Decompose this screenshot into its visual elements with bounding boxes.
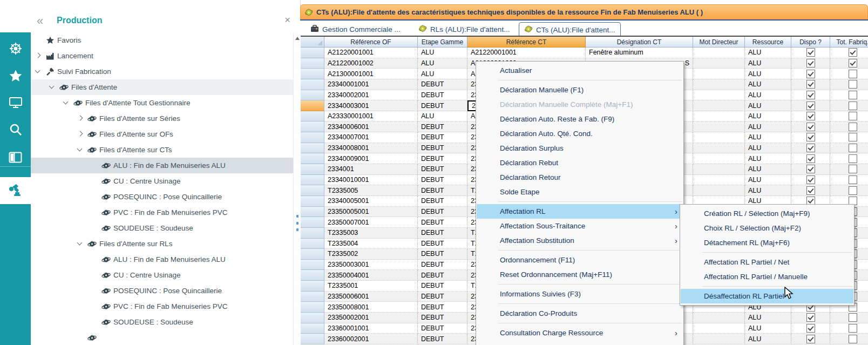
cell-reference-of[interactable]: 23340009001 (324, 153, 418, 164)
cell-dispo[interactable] (791, 323, 830, 334)
dispo-checkbox[interactable] (806, 154, 815, 163)
cell-mot-directeur[interactable] (693, 334, 745, 344)
cell-tot-fabrique[interactable] (830, 132, 868, 143)
row-selector[interactable] (301, 100, 324, 111)
cell-tot-fabrique[interactable] (830, 111, 868, 122)
row-selector[interactable] (301, 196, 324, 207)
cell-tot-fabrique[interactable] (830, 185, 868, 196)
tree-item[interactable]: POSEQUINC : Pose Quincaillerie (31, 283, 293, 299)
dispo-checkbox[interactable] (806, 186, 815, 195)
cell-etape-gamme[interactable]: DEBUT (418, 132, 467, 143)
cell-reference-of[interactable]: 23360001001 (324, 323, 418, 334)
dispo-checkbox[interactable] (806, 324, 815, 333)
cell-tot-fabrique[interactable] (830, 164, 868, 175)
dispo-checkbox[interactable] (806, 123, 815, 131)
tree-item[interactable]: POSEQUINC : Pose Quincaillerie (31, 189, 293, 205)
cell-reference-ct[interactable]: A21220001001 (467, 48, 586, 58)
row-selector[interactable] (301, 153, 324, 164)
cell-tot-fabrique[interactable] (830, 48, 868, 58)
cell-reference-of[interactable]: 23340007001 (324, 132, 418, 143)
cell-reference-of[interactable]: 23350002001 (324, 313, 418, 323)
cell-ressource[interactable]: ALU (745, 132, 791, 143)
cell-etape-gamme[interactable]: DEBUT (418, 260, 467, 270)
cell-reference-of[interactable]: 23340002001 (324, 90, 418, 101)
tree-scrollbar[interactable] (293, 32, 301, 345)
cell-mot-directeur[interactable] (693, 79, 745, 90)
cell-tot-fabrique[interactable] (830, 153, 868, 164)
cell-mot-directeur[interactable] (693, 143, 745, 154)
cell-dispo[interactable] (791, 100, 830, 111)
cell-ressource[interactable]: ALU (745, 69, 791, 79)
tot-fabrique-checkbox[interactable] (849, 48, 857, 57)
tree-item[interactable]: CU : Centre Usinage (31, 173, 293, 189)
cell-etape-gamme[interactable]: ALU (418, 58, 467, 69)
column-header[interactable]: Désignation CT (586, 37, 693, 48)
column-header[interactable]: Mot Directeur (693, 37, 745, 48)
column-header[interactable]: Etape Gamme (418, 37, 467, 48)
menu-item[interactable]: Affectation Substitution› (477, 233, 683, 248)
row-selector[interactable] (301, 217, 324, 228)
column-header[interactable]: Tot. Fabriq. (830, 37, 868, 48)
cell-designation-ct[interactable]: Fenêtre aluminum (586, 48, 693, 58)
cell-ressource[interactable]: ALU (745, 100, 791, 111)
scroll-up-arrow-icon[interactable] (295, 37, 300, 40)
row-selector[interactable] (301, 79, 324, 90)
sidebar-item-search[interactable] (0, 117, 31, 144)
row-selector[interactable] (301, 239, 324, 249)
cell-etape-gamme[interactable]: DEBUT (418, 175, 467, 186)
menu-item[interactable]: Déclaration Manuelle (F1) (477, 83, 683, 97)
menu-item[interactable]: Déclaration Surplus (477, 141, 683, 155)
cell-dispo[interactable] (791, 132, 830, 143)
row-selector[interactable] (301, 207, 324, 218)
dispo-checkbox[interactable] (806, 80, 815, 89)
chevron-collapsed-icon[interactable] (77, 131, 83, 137)
row-selector[interactable] (301, 69, 324, 79)
cell-reference-of[interactable]: 23350007001 (324, 217, 418, 228)
menu-item[interactable]: Déclaration Auto. Reste à Fab. (F9) (477, 112, 683, 126)
cell-tot-fabrique[interactable] (830, 143, 868, 154)
row-selector[interactable] (301, 175, 324, 186)
menu-item[interactable]: Informations Suivies (F3) (477, 287, 683, 301)
cell-etape-gamme[interactable]: DEBUT (418, 323, 467, 334)
chevron-expanded-icon[interactable] (35, 69, 41, 75)
cell-reference-of[interactable]: T2335001 (324, 281, 418, 292)
row-selector[interactable] (301, 90, 324, 101)
tot-fabrique-checkbox[interactable] (849, 175, 857, 184)
cell-tot-fabrique[interactable] (830, 323, 868, 334)
tot-fabrique-checkbox[interactable] (849, 80, 857, 89)
tree-item[interactable]: SOUDEUSE : Soudeuse (31, 220, 293, 236)
cell-dispo[interactable] (791, 313, 830, 323)
cell-etape-gamme[interactable]: ALU (418, 69, 467, 79)
menu-item[interactable]: Reset Ordonnancement (Maj+F11) (477, 267, 683, 282)
cell-etape-gamme[interactable]: DEBUT (418, 90, 467, 101)
chevron-expanded-icon[interactable] (77, 241, 83, 247)
tot-fabrique-checkbox[interactable] (849, 335, 857, 343)
dispo-checkbox[interactable] (806, 313, 815, 322)
tree-item[interactable]: ALU : Fin de Fab Menuiseries ALU (31, 158, 293, 173)
cell-mot-directeur[interactable] (693, 185, 745, 196)
menu-item[interactable]: Ordonnancement (F11) (477, 253, 683, 267)
cell-etape-gamme[interactable]: DEBUT (418, 334, 467, 344)
tree-item[interactable]: PVC : Fin de Fab Menuiseries PVC (31, 205, 293, 220)
dispo-checkbox[interactable] (806, 144, 815, 152)
tab-2[interactable]: RLs (ALU):File d'attent... (413, 22, 514, 36)
tot-fabrique-checkbox[interactable] (849, 123, 857, 131)
cell-ressource[interactable]: ALU (745, 334, 791, 344)
chevron-collapsed-icon[interactable] (35, 53, 41, 59)
cell-ressource[interactable]: ALU (745, 143, 791, 154)
menu-item[interactable]: Déclaration Retour (477, 170, 683, 185)
cell-dispo[interactable] (791, 185, 830, 196)
cell-etape-gamme[interactable]: DEBUT (418, 196, 467, 207)
sidebar-item-monitor[interactable] (0, 90, 31, 117)
cell-ressource[interactable]: ALU (745, 48, 791, 58)
chevron-expanded-icon[interactable] (49, 84, 55, 90)
row-selector[interactable] (301, 185, 324, 196)
tree-item[interactable]: Suivi Fabrication (31, 64, 293, 79)
cell-mot-directeur[interactable] (693, 100, 745, 111)
row-selector[interactable] (301, 302, 324, 313)
cell-etape-gamme[interactable]: DEBUT (418, 281, 467, 292)
dispo-checkbox[interactable] (806, 70, 815, 78)
row-selector[interactable] (301, 228, 324, 239)
tab-1[interactable]: Gestion Commerciale ... (306, 22, 405, 36)
tree-item[interactable]: CU : Centre Usinage (31, 267, 293, 283)
